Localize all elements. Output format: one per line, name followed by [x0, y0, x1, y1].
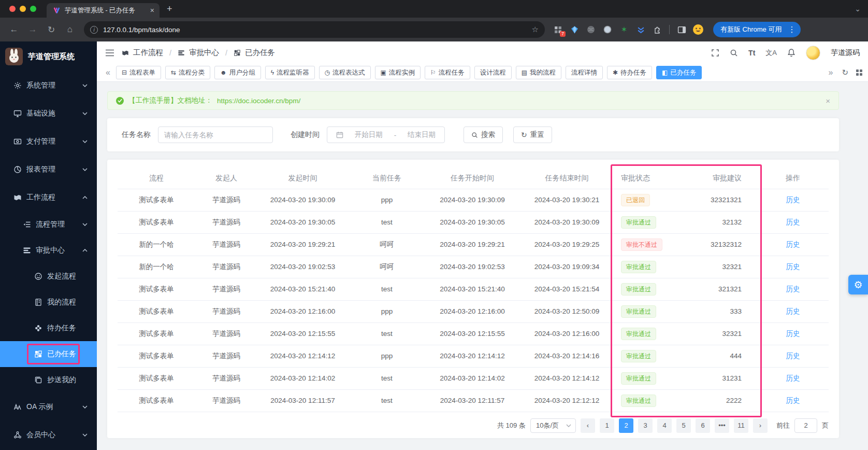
cell-flow: 测试多表单	[118, 189, 195, 211]
history-link[interactable]: 历史	[786, 196, 800, 204]
search-icon[interactable]	[730, 49, 738, 57]
sidebar-item-my-process[interactable]: 我的流程	[0, 289, 97, 315]
page-number-button[interactable]: 1	[600, 418, 614, 433]
window-controls[interactable]	[9, 6, 36, 12]
tag-tab[interactable]: ☻ 用户分组	[214, 66, 261, 79]
bell-icon[interactable]	[787, 48, 795, 57]
tag-tab[interactable]: ▤ 我的流程	[516, 66, 561, 79]
prev-page-button[interactable]: ‹	[581, 418, 595, 433]
chrome-update-button[interactable]: 有新版 Chrome 可用 ⋮	[713, 22, 801, 37]
extension-globe-icon[interactable]	[584, 23, 598, 36]
extension-gem-icon[interactable]	[568, 23, 581, 36]
browser-tab[interactable]: 芋道管理系统 - 已办任务 ×	[47, 3, 160, 18]
banner-close-icon[interactable]: ×	[826, 96, 830, 105]
page-number-button[interactable]: 2	[619, 418, 633, 433]
tabs-scroll-left-icon[interactable]: «	[104, 68, 112, 77]
apps-grid-icon[interactable]	[856, 69, 863, 76]
sidebar-item-payment[interactable]: 支付管理	[0, 128, 97, 156]
extensions-puzzle-icon[interactable]	[650, 23, 664, 36]
sidebar-item-infra[interactable]: 基础设施	[0, 100, 97, 128]
breadcrumb-item[interactable]: 审批中心	[189, 48, 219, 58]
tabs-scroll-right-icon[interactable]: »	[827, 68, 835, 77]
history-link[interactable]: 历史	[786, 218, 800, 226]
new-tab-button[interactable]: +	[167, 4, 172, 15]
extension-circle-icon[interactable]	[601, 23, 614, 36]
start-date-placeholder[interactable]: 开始日期	[355, 130, 383, 139]
page-number-button[interactable]: 11	[734, 418, 748, 433]
maximize-window-button[interactable]	[30, 6, 36, 12]
theme-settings-button[interactable]: ⚙	[848, 275, 868, 294]
address-bar[interactable]: i 127.0.0.1/bpm/task/done ☆	[84, 21, 545, 38]
fullscreen-icon[interactable]	[711, 49, 719, 57]
username[interactable]: 芋道源码	[831, 48, 860, 58]
end-date-placeholder[interactable]: 结束日期	[408, 130, 436, 139]
tab-close-icon[interactable]: ×	[150, 6, 154, 15]
tag-tab[interactable]: 流程详情	[566, 66, 603, 79]
tag-tab[interactable]: ⇆ 流程分类	[165, 66, 210, 79]
extension-star-icon[interactable]: ✶	[617, 23, 631, 36]
history-link[interactable]: 历史	[786, 307, 800, 315]
history-link[interactable]: 历史	[786, 330, 800, 338]
sidebar-item-todo-tasks[interactable]: 待办任务	[0, 315, 97, 341]
sidebar-item-start-process[interactable]: 发起流程	[0, 263, 97, 289]
refresh-tab-icon[interactable]: ↻	[842, 68, 848, 77]
extension-blocker-icon[interactable]: 7	[551, 23, 565, 36]
collapse-menu-icon[interactable]	[105, 49, 114, 57]
sidebar-item-oa-demo[interactable]: OA 示例	[0, 393, 97, 421]
close-window-button[interactable]	[9, 6, 16, 12]
banner-link[interactable]: https://doc.iocoder.cn/bpm/	[217, 97, 300, 105]
next-page-button[interactable]: ›	[753, 418, 768, 433]
tag-tab[interactable]: ◷ 流程表达式	[319, 66, 371, 79]
page-number-button[interactable]: 3	[638, 418, 653, 433]
history-link[interactable]: 历史	[786, 397, 800, 404]
page-number-button[interactable]: 5	[676, 418, 691, 433]
history-link[interactable]: 历史	[786, 352, 800, 360]
forward-button[interactable]: →	[25, 22, 40, 37]
page-size-select[interactable]: 10条/页	[530, 418, 576, 433]
app-logo-row[interactable]: 芋道管理系统	[0, 41, 97, 72]
sidebar-item-process-mgmt[interactable]: 流程管理	[0, 212, 97, 237]
font-size-icon[interactable]: Tt	[748, 49, 755, 57]
profile-avatar-icon[interactable]	[691, 23, 705, 36]
url-text[interactable]: 127.0.0.1/bpm/task/done	[103, 26, 527, 34]
date-range-picker[interactable]: 开始日期 - 结束日期	[327, 126, 445, 143]
side-panel-icon[interactable]	[675, 23, 688, 36]
tag-tab[interactable]: ⊟ 流程表单	[116, 66, 161, 79]
goto-page-input[interactable]	[794, 418, 817, 433]
back-button[interactable]: ←	[6, 22, 22, 37]
reload-button[interactable]: ↻	[44, 22, 59, 37]
page-number-button[interactable]: •••	[715, 418, 729, 433]
tag-tab[interactable]: ✱ 待办任务	[607, 66, 652, 79]
page-number-button[interactable]: 4	[657, 418, 672, 433]
extension-chevrons-icon[interactable]	[634, 23, 647, 36]
tag-tab[interactable]: 设计流程	[474, 66, 512, 79]
breadcrumb-item[interactable]: 工作流程	[133, 48, 163, 58]
minimize-window-button[interactable]	[20, 6, 26, 12]
tag-tab[interactable]: ▣ 流程实例	[375, 66, 421, 79]
sidebar-item-system[interactable]: 系统管理	[0, 72, 97, 100]
page-number-button[interactable]: 6	[696, 418, 710, 433]
history-link[interactable]: 历史	[786, 241, 800, 248]
task-name-input[interactable]	[158, 126, 273, 143]
bookmark-star-icon[interactable]: ☆	[532, 25, 539, 34]
history-link[interactable]: 历史	[786, 374, 800, 382]
user-avatar[interactable]	[806, 46, 820, 60]
language-icon[interactable]: 文A	[765, 48, 777, 58]
tab-search-chevron-icon[interactable]: ⌄	[855, 5, 861, 13]
search-button[interactable]: 搜索	[464, 126, 503, 143]
sidebar-item-cc-me[interactable]: 抄送我的	[0, 367, 97, 393]
tag-tab[interactable]: ◧ 已办任务	[656, 66, 702, 79]
sidebar-item-workflow[interactable]: 工作流程	[0, 184, 97, 212]
site-info-icon[interactable]: i	[90, 26, 98, 34]
sidebar-item-approval-center[interactable]: 审批中心	[0, 237, 97, 263]
history-link[interactable]: 历史	[786, 285, 800, 293]
reset-button[interactable]: ↻ 重置	[513, 126, 552, 143]
sidebar-item-report[interactable]: 报表管理	[0, 156, 97, 184]
sidebar-item-member-center[interactable]: 会员中心	[0, 421, 97, 449]
history-link[interactable]: 历史	[786, 263, 800, 271]
home-button[interactable]: ⌂	[62, 22, 78, 37]
sidebar-item-done-tasks[interactable]: 已办任务	[0, 341, 97, 367]
chrome-menu-icon[interactable]: ⋮	[786, 25, 798, 34]
tag-tab[interactable]: ϟ 流程监听器	[265, 66, 315, 79]
tag-tab[interactable]: ⚐ 流程任务	[425, 66, 470, 79]
